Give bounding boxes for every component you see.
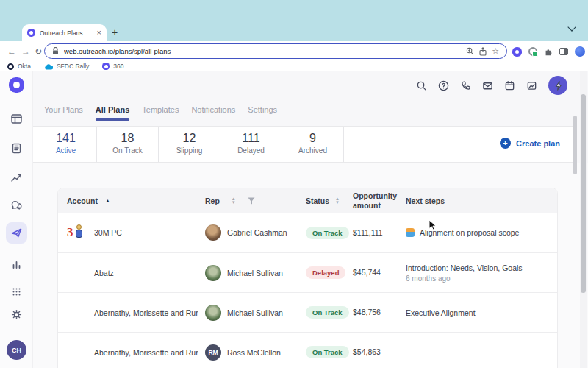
dashboard-icon	[10, 113, 23, 125]
page-scrollbar-thumb[interactable]	[581, 94, 586, 293]
rep-name: Gabriel Cashman	[227, 228, 287, 237]
column-account[interactable]: Account ▲	[58, 197, 198, 205]
column-rep[interactable]: Rep ▲▼	[198, 197, 306, 205]
column-status[interactable]: Status ▲▼	[306, 197, 353, 205]
bar-chart-icon	[10, 258, 23, 271]
outreach-app: CH Your Plans All Plans Templates Notifi…	[0, 71, 588, 368]
plans-table: Account ▲ Rep ▲▼ Status ▲▼ Opportunity a…	[57, 188, 558, 368]
opportunity-amount: $54,863	[353, 347, 381, 356]
account-name: Abernathy, Morissette and Run...	[94, 348, 198, 357]
column-opportunity-amount[interactable]: Opportunity amount	[353, 191, 406, 209]
filter-funnel-icon[interactable]	[248, 197, 255, 205]
search-icon[interactable]	[416, 80, 427, 91]
plans-nav-tabs: Your Plans All Plans Templates Notificat…	[44, 105, 277, 121]
chevron-down-icon[interactable]	[567, 23, 576, 31]
bookmark-sfdc-rally[interactable]: SFDC Rally	[44, 63, 89, 70]
table-row[interactable]: Abernathy, Morissette and Run... Michael…	[58, 292, 557, 332]
help-icon[interactable]	[438, 80, 449, 91]
url-text: web.outreach.io/plans/spl/all-plans	[64, 47, 461, 55]
sidebar-item-apps[interactable]	[6, 281, 27, 302]
browser-profile-avatar[interactable]	[575, 46, 585, 57]
url-bar[interactable]: web.outreach.io/plans/spl/all-plans ☆	[44, 43, 507, 59]
sidebar-item-tasks[interactable]	[6, 138, 27, 159]
reports-card-icon[interactable]	[526, 80, 537, 91]
sidebar-item-dashboard[interactable]	[6, 108, 27, 130]
lock-icon	[52, 47, 59, 55]
rep-name: Michael Sullivan	[227, 308, 283, 317]
document-list-icon	[10, 142, 23, 155]
stat-on-track[interactable]: 18 On Track	[97, 127, 159, 162]
account-logo-30m: 3	[67, 223, 86, 242]
sidebar-item-reports[interactable]	[6, 254, 27, 275]
extension-badge-icon[interactable]	[528, 47, 537, 56]
stat-delayed[interactable]: 111 Delayed	[220, 127, 282, 162]
opportunity-amount: $111,111	[353, 228, 383, 237]
outreach-extension-icon[interactable]	[512, 47, 522, 57]
tab-all-plans[interactable]: All Plans	[96, 105, 129, 121]
outreach-logo-icon[interactable]	[9, 77, 24, 93]
sidebar-item-conversations[interactable]	[6, 195, 27, 216]
sort-icon[interactable]: ▲▼	[335, 197, 340, 205]
puzzle-extensions-icon[interactable]	[544, 47, 553, 56]
zoom-search-icon[interactable]	[466, 47, 474, 55]
stat-active[interactable]: 141 Active	[35, 127, 97, 162]
plus-icon: +	[500, 138, 511, 149]
side-panel-icon[interactable]	[559, 48, 568, 55]
account-name: Abatz	[94, 269, 114, 277]
table-row[interactable]: 3 30M PC Gabriel Cashman On Track $111,1…	[58, 213, 557, 252]
sort-icon[interactable]: ▲▼	[232, 197, 236, 205]
stat-archived[interactable]: 9 Archived	[282, 127, 344, 162]
tab-title: Outreach Plans	[40, 29, 93, 37]
browser-tab[interactable]: Outreach Plans ×	[22, 24, 107, 41]
lightning-avatar[interactable]	[548, 76, 567, 95]
calendar-icon[interactable]	[504, 80, 515, 91]
sort-ascending-icon[interactable]: ▲	[105, 198, 110, 203]
phone-icon[interactable]	[460, 80, 471, 91]
account-name: Abernathy, Morissette and Run...	[94, 308, 198, 317]
sidebar-item-analytics[interactable]	[6, 167, 27, 188]
table-header: Account ▲ Rep ▲▼ Status ▲▼ Opportunity a…	[58, 188, 557, 213]
surfer-emoji-icon	[406, 228, 415, 237]
share-icon[interactable]	[479, 47, 487, 56]
bookmark-okta[interactable]: Okta	[7, 63, 31, 70]
mail-icon[interactable]	[482, 80, 493, 91]
table-row[interactable]: Abatz Michael Sullivan Delayed $45,744 I…	[58, 252, 557, 292]
next-steps-text: Alignment on proposal scope	[420, 228, 519, 237]
next-steps-text: Introduction: Needs, Vision, Goals	[406, 263, 523, 272]
rep-avatar-initials: RM	[205, 344, 221, 361]
trend-chart-icon	[10, 171, 23, 184]
tab-close-icon[interactable]: ×	[97, 29, 101, 37]
bookmark-360[interactable]: 360	[102, 63, 123, 70]
tab-templates[interactable]: Templates	[142, 105, 179, 121]
screen: Outreach Plans × + ← → ↻ web.outreach.io…	[0, 0, 588, 368]
column-next-steps[interactable]: Next steps	[406, 197, 557, 205]
opportunity-amount: $45,744	[353, 268, 381, 277]
create-plan-button[interactable]: + Create plan	[500, 138, 560, 149]
forward-icon[interactable]: →	[21, 41, 30, 62]
rep-avatar	[205, 224, 221, 241]
sidebar-item-plans[interactable]	[6, 222, 27, 244]
sidebar-item-settings[interactable]	[6, 304, 27, 325]
content-scrollbar[interactable]	[573, 116, 577, 174]
stats-bar: 141 Active 18 On Track 12 Slipping 111 D…	[33, 126, 576, 163]
opportunity-amount: $48,756	[353, 308, 381, 316]
tab-notifications[interactable]: Notifications	[191, 105, 235, 121]
rep-avatar	[205, 305, 221, 321]
stat-slipping[interactable]: 12 Slipping	[159, 127, 220, 162]
new-tab-button[interactable]: +	[112, 26, 118, 38]
user-avatar[interactable]: CH	[7, 340, 26, 360]
rep-avatar	[205, 265, 221, 281]
bookmark-star-icon[interactable]: ☆	[492, 46, 499, 56]
tab-your-plans[interactable]: Your Plans	[44, 105, 83, 121]
bookmarks-bar: Okta SFDC Rally 360	[0, 62, 588, 71]
table-row[interactable]: Abernathy, Morissette and Run... RM Ross…	[58, 332, 557, 368]
next-steps-text: Executive Alignment	[406, 308, 476, 317]
chat-bubbles-icon	[10, 199, 23, 212]
refresh-icon[interactable]: ↻	[35, 41, 42, 62]
tab-settings[interactable]: Settings	[248, 105, 277, 121]
gear-icon	[10, 308, 23, 321]
apps-grid-icon	[10, 286, 23, 298]
browser-titlebar: Outreach Plans × +	[0, 0, 588, 41]
back-icon[interactable]: ←	[7, 41, 16, 62]
app-sidebar: CH	[0, 71, 33, 368]
